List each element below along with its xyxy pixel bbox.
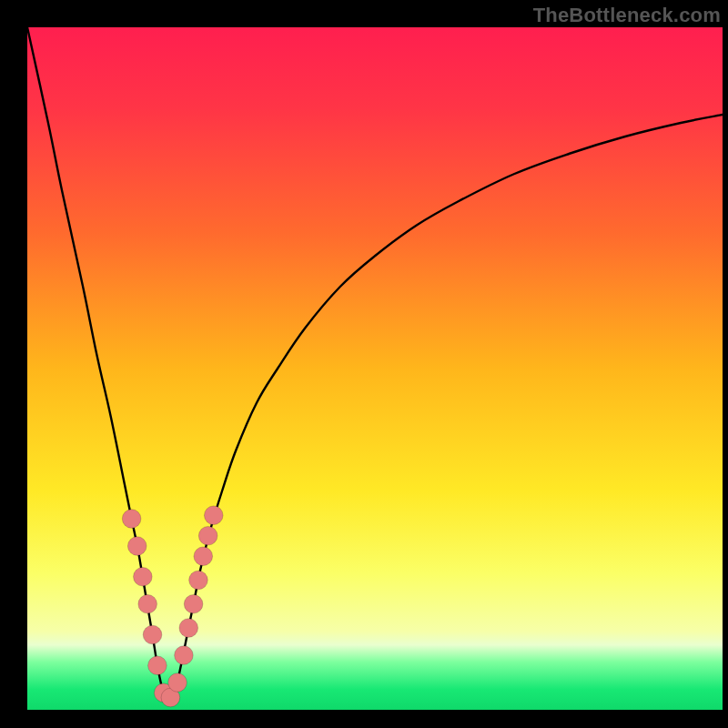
data-point xyxy=(143,625,162,644)
data-point xyxy=(204,506,223,525)
data-point xyxy=(138,594,157,613)
gradient-background xyxy=(27,27,723,710)
plot-area xyxy=(27,27,723,710)
frame-right xyxy=(723,0,728,728)
frame-bottom xyxy=(0,710,728,728)
data-point xyxy=(189,571,208,590)
data-point xyxy=(194,547,213,566)
data-point xyxy=(134,567,153,586)
data-point xyxy=(148,656,167,675)
data-point xyxy=(122,510,141,529)
data-point xyxy=(198,526,217,545)
data-point xyxy=(168,673,187,693)
frame-left xyxy=(0,0,27,728)
data-point xyxy=(127,537,147,556)
watermark-text: TheBottleneck.com xyxy=(533,4,721,27)
data-point xyxy=(179,619,198,638)
data-point xyxy=(175,646,194,665)
chart-stage: TheBottleneck.com xyxy=(0,0,728,728)
data-point xyxy=(184,594,203,613)
